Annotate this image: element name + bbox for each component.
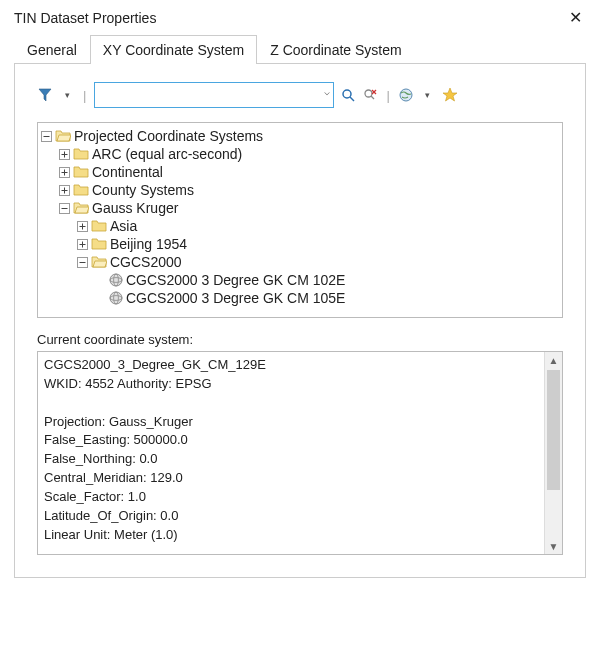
filter-icon[interactable] bbox=[37, 87, 53, 103]
tree-node-label: Asia bbox=[110, 218, 137, 234]
scroll-down-icon[interactable]: ▼ bbox=[545, 538, 562, 554]
collapse-icon[interactable] bbox=[40, 130, 52, 142]
tree-node[interactable]: Continental bbox=[40, 163, 560, 181]
tree-node[interactable]: Gauss Kruger bbox=[40, 199, 560, 217]
toolbar-separator: | bbox=[81, 88, 88, 103]
details-text: CGCS2000_3_Degree_GK_CM_129E WKID: 4552 … bbox=[44, 356, 542, 550]
tree-node[interactable]: Beijing 1954 bbox=[40, 235, 560, 253]
tree-node[interactable]: CGCS2000 3 Degree GK CM 102E bbox=[40, 271, 560, 289]
tab-z-label: Z Coordinate System bbox=[270, 42, 402, 58]
globe-icon[interactable] bbox=[398, 87, 414, 103]
expand-icon[interactable] bbox=[58, 184, 70, 196]
tree-node[interactable]: Projected Coordinate Systems bbox=[40, 127, 560, 145]
tree-node[interactable]: County Systems bbox=[40, 181, 560, 199]
tab-general[interactable]: General bbox=[14, 35, 90, 64]
close-button[interactable]: ✕ bbox=[565, 10, 586, 26]
details-scrollbar[interactable]: ▲ ▼ bbox=[544, 352, 562, 554]
folder-open-icon bbox=[55, 129, 71, 143]
collapse-icon[interactable] bbox=[76, 256, 88, 268]
filter-dropdown-icon[interactable]: ▾ bbox=[59, 87, 75, 103]
tab-z-coordinate-system[interactable]: Z Coordinate System bbox=[257, 35, 415, 64]
tree-node[interactable]: CGCS2000 3 Degree GK CM 105E bbox=[40, 289, 560, 307]
toolbar-separator: | bbox=[384, 88, 391, 103]
tree-node-label: ARC (equal arc-second) bbox=[92, 146, 242, 162]
tab-xy-coordinate-system[interactable]: XY Coordinate System bbox=[90, 35, 257, 64]
toolbar: ▾ | ⌵ | ▾ bbox=[37, 82, 563, 108]
titlebar: TIN Dataset Properties ✕ bbox=[0, 0, 600, 32]
tree-node[interactable]: ARC (equal arc-second) bbox=[40, 145, 560, 163]
svg-point-6 bbox=[400, 89, 412, 101]
search-input[interactable] bbox=[94, 82, 334, 108]
tab-xy-label: XY Coordinate System bbox=[103, 42, 244, 58]
search-icon[interactable] bbox=[340, 87, 356, 103]
svg-line-1 bbox=[350, 97, 354, 101]
tree-node-label: CGCS2000 bbox=[110, 254, 182, 270]
tree-node-label: CGCS2000 3 Degree GK CM 105E bbox=[126, 290, 345, 306]
coordinate-system-tree[interactable]: Projected Coordinate SystemsARC (equal a… bbox=[37, 122, 563, 318]
tab-general-label: General bbox=[27, 42, 77, 58]
tree-node-label: Beijing 1954 bbox=[110, 236, 187, 252]
collapse-icon[interactable] bbox=[58, 202, 70, 214]
dialog-window: TIN Dataset Properties ✕ General XY Coor… bbox=[0, 0, 600, 648]
folder-icon bbox=[73, 165, 89, 179]
svg-point-0 bbox=[343, 90, 351, 98]
svg-point-2 bbox=[365, 90, 372, 97]
globe-icon bbox=[109, 273, 123, 287]
favorite-icon[interactable] bbox=[442, 87, 458, 103]
tree-node-label: CGCS2000 3 Degree GK CM 102E bbox=[126, 272, 345, 288]
expand-icon[interactable] bbox=[58, 166, 70, 178]
tabstrip: General XY Coordinate System Z Coordinat… bbox=[14, 34, 586, 64]
svg-point-28 bbox=[110, 274, 122, 286]
globe-dropdown-icon[interactable]: ▾ bbox=[420, 87, 436, 103]
expand-icon[interactable] bbox=[76, 220, 88, 232]
expand-icon[interactable] bbox=[58, 148, 70, 160]
globe-icon bbox=[109, 291, 123, 305]
current-cs-label: Current coordinate system: bbox=[37, 332, 563, 347]
tree-node-label: Gauss Kruger bbox=[92, 200, 178, 216]
folder-open-icon bbox=[91, 255, 107, 269]
svg-point-31 bbox=[110, 292, 122, 304]
clear-search-icon[interactable] bbox=[362, 87, 378, 103]
tabpanel-xy: ▾ | ⌵ | ▾ bbox=[14, 64, 586, 578]
coordinate-system-details: CGCS2000_3_Degree_GK_CM_129E WKID: 4552 … bbox=[37, 351, 563, 555]
folder-icon bbox=[91, 219, 107, 233]
folder-icon bbox=[73, 147, 89, 161]
scroll-thumb[interactable] bbox=[547, 370, 560, 490]
tree-node-label: Continental bbox=[92, 164, 163, 180]
tree-node[interactable]: CGCS2000 bbox=[40, 253, 560, 271]
window-title: TIN Dataset Properties bbox=[14, 10, 156, 26]
tree-node-label: County Systems bbox=[92, 182, 194, 198]
expand-icon[interactable] bbox=[76, 238, 88, 250]
folder-open-icon bbox=[73, 201, 89, 215]
svg-line-3 bbox=[371, 96, 374, 99]
tree-node-label: Projected Coordinate Systems bbox=[74, 128, 263, 144]
tree-node[interactable]: Asia bbox=[40, 217, 560, 235]
folder-icon bbox=[73, 183, 89, 197]
scroll-up-icon[interactable]: ▲ bbox=[545, 352, 562, 368]
folder-icon bbox=[91, 237, 107, 251]
